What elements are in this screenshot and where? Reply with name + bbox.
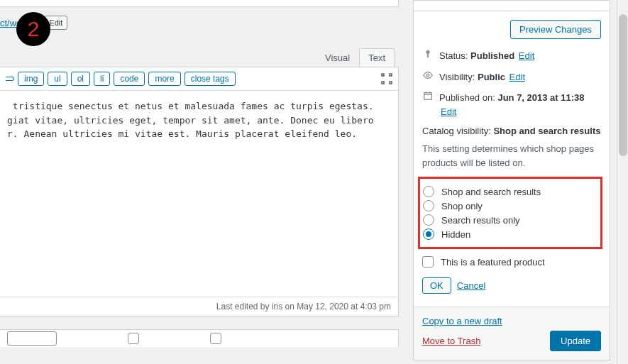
radio-icon-checked <box>423 228 434 240</box>
toolbar-close-tags-button[interactable]: close tags <box>184 72 236 86</box>
editor-textarea[interactable]: tristique senectus et netus et malesuada… <box>0 91 398 297</box>
svg-rect-7 <box>424 93 432 100</box>
toolbar-code-button[interactable]: code <box>114 72 145 86</box>
radio-icon <box>423 186 434 197</box>
toolbar-partial-button[interactable] <box>6 77 14 81</box>
svg-rect-3 <box>390 82 392 84</box>
catalog-visibility-row: Catalog visibility: Shop and search resu… <box>422 126 601 136</box>
permalink-row: ct/we e-2/ Edit <box>0 7 399 35</box>
top-panel-edge <box>0 0 399 7</box>
copy-to-draft-link[interactable]: Copy to a new draft <box>422 316 502 326</box>
radio-label: Hidden <box>441 229 470 240</box>
toolbar-ol-button[interactable]: ol <box>71 72 90 86</box>
radio-hidden[interactable]: Hidden <box>423 227 596 241</box>
radio-shop-only[interactable]: Shop only <box>423 199 596 213</box>
scrollbar-thumb[interactable] <box>619 14 627 156</box>
annotation-badge-2: 2 <box>16 12 50 46</box>
edit-date-link[interactable]: Edit <box>441 106 456 117</box>
edit-visibility-link[interactable]: Edit <box>509 72 525 82</box>
publish-panel-header[interactable]: Publish <box>414 1 610 11</box>
editor-tabs: Visual Text <box>0 48 399 67</box>
editor-box: img ul ol li code more close tags tristi… <box>0 67 399 316</box>
toolbar-more-button[interactable]: more <box>148 72 180 86</box>
catalog-options-highlight: Shop and search results Shop only Search… <box>418 177 602 249</box>
tab-text[interactable]: Text <box>359 48 395 67</box>
svg-rect-0 <box>382 74 384 76</box>
visibility-text: Visibility: Public Edit <box>439 70 525 84</box>
radio-label: Shop only <box>441 201 483 211</box>
toolbar-img-button[interactable]: img <box>18 72 44 86</box>
toolbar-li-button[interactable]: li <box>94 72 110 86</box>
ok-button[interactable]: OK <box>422 277 451 294</box>
checkbox-icon <box>422 256 434 268</box>
editor-footer: Last edited by ins on May 12, 2020 at 4:… <box>0 297 398 316</box>
publish-panel: Publish Preview Changes Status: Publishe… <box>413 0 610 360</box>
update-button[interactable]: Update <box>550 331 601 351</box>
radio-search-only[interactable]: Search results only <box>423 213 596 227</box>
svg-point-6 <box>426 74 429 77</box>
edit-status-link[interactable]: Edit <box>519 50 534 61</box>
featured-checkbox-row[interactable]: This is a featured product <box>422 256 601 268</box>
bottom-input[interactable] <box>7 331 57 346</box>
catalog-description: This setting determines which shop pages… <box>422 142 601 170</box>
calendar-icon <box>422 91 434 101</box>
publish-panel-footer: Copy to a new draft Move to Trash Update <box>414 307 610 360</box>
tab-visual[interactable]: Visual <box>316 48 359 67</box>
preview-changes-button[interactable]: Preview Changes <box>510 20 601 39</box>
toolbar-ul-button[interactable]: ul <box>48 72 67 86</box>
svg-rect-5 <box>427 53 429 57</box>
scrollbar-track[interactable] <box>617 0 628 364</box>
svg-rect-2 <box>382 82 384 84</box>
radio-icon <box>423 200 434 211</box>
published-text: Published on: Jun 7, 2013 at 11:38 Edit <box>439 91 601 118</box>
radio-shop-and-search[interactable]: Shop and search results <box>423 184 596 199</box>
bottom-checkbox-1[interactable] <box>128 333 139 344</box>
svg-rect-1 <box>390 74 392 76</box>
editor-toolbar: img ul ol li code more close tags <box>0 67 398 91</box>
eye-icon <box>422 70 434 80</box>
pin-icon <box>422 49 434 59</box>
move-to-trash-link[interactable]: Move to Trash <box>422 336 480 346</box>
status-text: Status: Published Edit <box>439 49 534 63</box>
radio-label: Search results only <box>441 215 520 226</box>
cancel-link[interactable]: Cancel <box>457 280 485 291</box>
bottom-checkbox-2[interactable] <box>210 333 221 344</box>
radio-label: Shop and search results <box>441 187 541 197</box>
radio-icon <box>423 214 434 226</box>
bottom-panel-edge <box>0 329 399 347</box>
fullscreen-icon[interactable] <box>381 73 392 84</box>
featured-label: This is a featured product <box>441 257 545 268</box>
